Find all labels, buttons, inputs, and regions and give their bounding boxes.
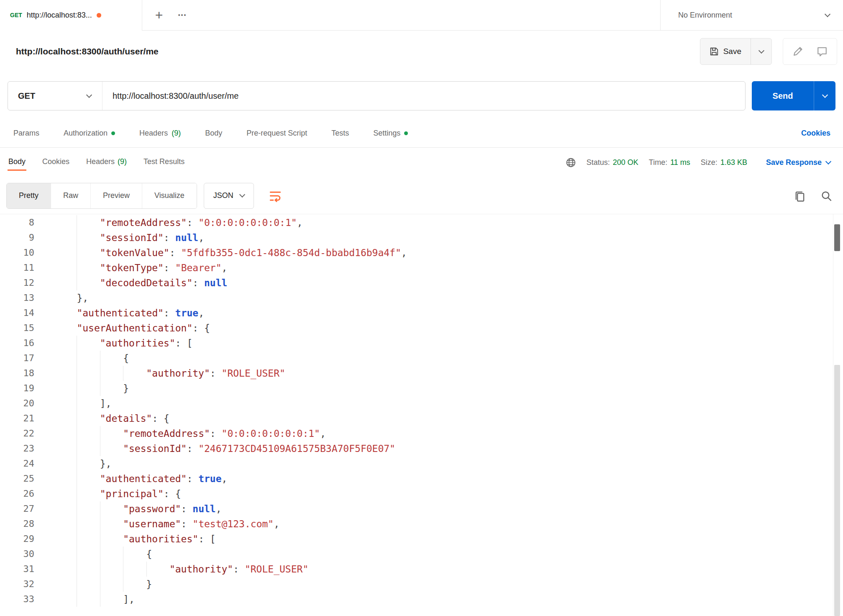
token-str: "test@123.com" [192,518,274,529]
view-tab-visualize[interactable]: Visualize [142,183,197,208]
response-tab-test-results[interactable]: Test Results [143,155,185,171]
response-stat-size: Size:1.63 KB [701,158,747,167]
save-options-button[interactable] [751,38,771,64]
indent-guide [100,351,123,366]
code-line: 15"userAuthentication": { [0,321,843,336]
code-line: 33], [0,592,843,607]
method-badge: GET [10,12,22,18]
response-toolbar: PrettyRawPreviewVisualize JSON [0,177,843,214]
request-tab-headers[interactable]: Headers(9) [139,129,181,138]
indent-guide [77,592,100,607]
code-line-body: } [38,577,152,592]
tab-menu-button[interactable]: ••• [171,0,194,30]
response-tab-body[interactable]: Body [8,155,26,171]
indent-guide [100,516,123,531]
edit-button[interactable] [792,46,803,57]
request-tab-pre-request-script[interactable]: Pre-request Script [246,129,307,138]
code-line-body: } [38,381,129,396]
green-dot [404,131,408,135]
send-options-button[interactable] [814,81,835,110]
request-tab-label: Pre-request Script [246,129,307,138]
token-str: "Bearer" [175,262,222,273]
green-dot [111,131,115,135]
side-panel-buttons [783,38,837,65]
indent-guide [100,441,123,456]
view-tab-preview[interactable]: Preview [90,183,142,208]
wrap-text-button[interactable] [266,186,285,205]
line-number: 15 [0,321,38,336]
request-url-bar: GET [8,81,746,110]
indent-guide [54,351,77,366]
token-punct: , [198,232,204,243]
toolbar-right-icons [794,190,832,202]
token-str: "ROLE_USER" [245,564,308,575]
token-key: "authenticated" [100,473,187,484]
code-line-body: "decodedDetails": null [38,275,227,290]
indent-guide [77,411,100,426]
postman-window: GET http://localhost:83... + ••• No Envi… [0,0,843,616]
request-tab-label: Headers [139,129,168,138]
response-tab-label: Test Results [143,157,184,166]
indent-guide [77,426,100,441]
line-number: 20 [0,396,38,411]
response-tab-headers[interactable]: Headers(9) [85,155,128,171]
network-button[interactable] [566,157,576,168]
new-tab-button[interactable]: + [147,0,171,30]
line-number: 22 [0,426,38,441]
indent-guide [123,547,146,562]
token-punct: ], [100,398,112,409]
request-tab-label: Tests [331,129,349,138]
code-line-body: "password": null, [38,501,222,516]
save-response-button[interactable]: Save Response [766,158,830,167]
comments-button[interactable] [817,46,828,57]
request-tab-params[interactable]: Params [13,129,39,138]
code-lines: 8"remoteAddress": "0:0:0:0:0:0:0:1",9"se… [0,215,843,607]
token-punct: : [192,277,204,288]
code-line-text: } [146,577,152,592]
method-select[interactable]: GET [8,82,102,110]
save-button[interactable]: Save [700,38,751,64]
request-tab-authorization[interactable]: Authorization [64,129,115,138]
code-line: 10"tokenValue": "5fdfb355-0dc1-488c-854d… [0,245,843,260]
indent-guide [77,531,100,547]
indent-guide [77,456,100,471]
request-tab-tests[interactable]: Tests [331,129,349,138]
token-str: "0:0:0:0:0:0:0:1" [222,428,320,439]
scrollbar-thumb[interactable] [834,224,840,251]
request-tab-body[interactable]: Body [205,129,222,138]
indent-guide [77,366,100,381]
token-punct: { [123,353,129,364]
request-tab-label: Params [13,129,39,138]
wrap-text-icon [269,189,282,203]
url-row: GET Send [0,72,843,119]
tab-title: http://localhost:83... [27,11,92,20]
scrollbar-track-shade [834,365,840,616]
request-tab[interactable]: GET http://localhost:83... [0,0,142,30]
token-kw: true [175,308,198,318]
save-label: Save [723,47,741,56]
token-punct: : [187,473,198,484]
indent-guide [100,562,123,577]
code-line-body: "authorities": [ [38,531,216,547]
indent-guide [77,336,100,351]
view-tab-raw[interactable]: Raw [51,183,90,208]
line-number: 32 [0,577,38,592]
url-input[interactable] [102,82,745,110]
code-line-text: }, [100,456,112,471]
search-response-button[interactable] [820,190,832,202]
copy-response-button[interactable] [794,190,806,202]
view-tab-pretty[interactable]: Pretty [7,183,51,208]
response-tab-cookies[interactable]: Cookies [41,155,70,171]
comment-icon [817,46,828,57]
code-line-body: "sessionId": null, [38,230,204,245]
environment-selector[interactable]: No Environment [660,0,843,30]
line-number: 26 [0,486,38,501]
token-punct: : [233,564,245,575]
format-select[interactable]: JSON [204,183,254,209]
cookies-link[interactable]: Cookies [801,129,830,138]
code-line-text: "remoteAddress": "0:0:0:0:0:0:0:1", [100,215,303,230]
token-punct: : [187,217,198,228]
request-tab-settings[interactable]: Settings [373,129,408,138]
code-line-body: }, [38,456,111,471]
send-button[interactable]: Send [752,81,814,110]
